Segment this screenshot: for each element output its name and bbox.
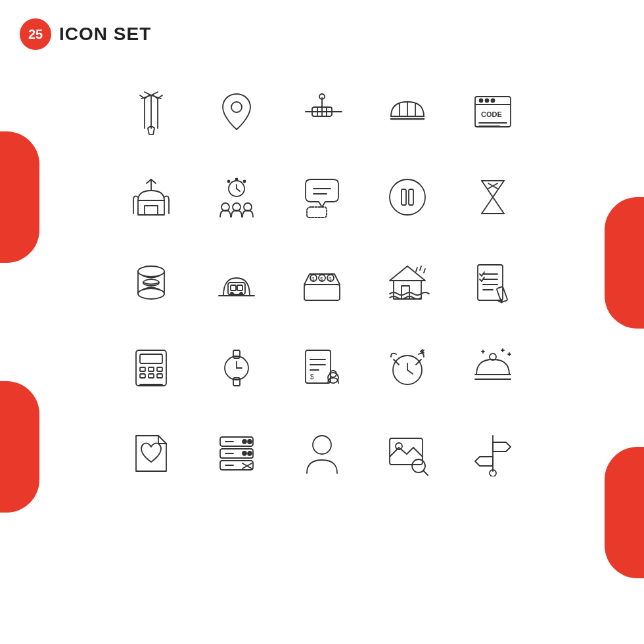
- svg-rect-70: [304, 285, 340, 300]
- svg-rect-96: [149, 374, 154, 378]
- svg-rect-93: [149, 367, 154, 371]
- heart-file-icon: [112, 414, 191, 493]
- mosque-icon: [112, 158, 191, 237]
- svg-point-49: [228, 181, 230, 183]
- svg-rect-53: [402, 189, 406, 205]
- svg-point-68: [231, 292, 233, 295]
- decorative-shape-left-top: [0, 131, 39, 263]
- flooded-house-icon: [368, 243, 447, 322]
- chat-bubbles-icon: [283, 158, 361, 237]
- signpost-icon: [453, 414, 532, 493]
- person-icon: [283, 414, 361, 493]
- pause-button-icon: [368, 158, 447, 237]
- money-box-icon: $ $ $: [283, 243, 361, 322]
- meeting-time-icon: [197, 158, 276, 237]
- svg-rect-97: [157, 374, 162, 378]
- svg-line-80: [416, 267, 417, 271]
- svg-point-60: [138, 288, 164, 299]
- svg-point-30: [492, 99, 495, 103]
- code-browser-icon: CODE: [453, 72, 532, 151]
- count-badge: 25: [20, 18, 51, 50]
- alarm-clock-icon: [368, 329, 447, 407]
- svg-point-69: [240, 292, 242, 295]
- svg-rect-94: [157, 367, 162, 371]
- svg-line-81: [420, 266, 421, 270]
- svg-text:$: $: [320, 276, 323, 282]
- svg-point-142: [396, 443, 402, 449]
- svg-point-28: [480, 99, 483, 103]
- svg-text:$: $: [329, 276, 332, 282]
- svg-rect-67: [237, 285, 242, 290]
- svg-line-37: [151, 179, 156, 183]
- svg-rect-95: [140, 374, 145, 378]
- svg-marker-89: [498, 300, 503, 304]
- svg-rect-92: [140, 367, 145, 371]
- contract-icon: $: [283, 329, 361, 407]
- svg-rect-38: [145, 206, 158, 215]
- svg-text:CODE: CODE: [481, 110, 502, 118]
- header: 25 ICON SET: [20, 18, 151, 50]
- svg-rect-34: [138, 200, 164, 215]
- svg-line-144: [423, 471, 428, 475]
- svg-text:$: $: [311, 276, 315, 282]
- svg-point-52: [390, 179, 425, 215]
- calculator-icon: [112, 329, 191, 407]
- svg-point-59: [138, 266, 164, 277]
- image-search-icon: [368, 414, 447, 493]
- svg-line-82: [424, 269, 425, 273]
- server-error-icon: [197, 414, 276, 493]
- svg-line-113: [407, 370, 413, 374]
- svg-point-63: [143, 279, 159, 286]
- icon-grid: CODE: [112, 72, 532, 493]
- location-pin-icon: [197, 72, 276, 151]
- thread-spool-icon: [112, 243, 191, 322]
- subway-icon: [197, 243, 276, 322]
- fireworks-icon: [112, 72, 191, 151]
- svg-marker-77: [390, 266, 425, 281]
- svg-rect-104: [306, 350, 331, 383]
- svg-point-140: [313, 436, 331, 454]
- svg-point-133: [242, 451, 246, 455]
- svg-line-36: [147, 179, 151, 183]
- syringe-icon: [283, 72, 361, 151]
- watch-icon: [197, 329, 276, 407]
- svg-line-43: [237, 189, 240, 191]
- svg-point-132: [248, 440, 252, 444]
- svg-rect-54: [409, 189, 413, 205]
- svg-rect-66: [231, 285, 236, 290]
- decorative-shape-right-top: [605, 197, 644, 329]
- svg-point-134: [248, 451, 252, 455]
- page-title: ICON SET: [59, 24, 151, 45]
- decorative-shape-left-bottom: [0, 381, 39, 513]
- watermelon-icon: [368, 72, 447, 151]
- hourglass-icon: [453, 158, 532, 237]
- svg-point-11: [231, 102, 242, 112]
- svg-point-29: [486, 99, 489, 103]
- svg-rect-91: [140, 354, 162, 363]
- svg-line-1: [145, 92, 151, 95]
- checklist-icon: [453, 243, 532, 322]
- svg-text:$: $: [310, 373, 314, 380]
- svg-point-47: [236, 179, 238, 181]
- svg-point-48: [244, 181, 246, 183]
- svg-point-131: [242, 440, 246, 444]
- cloche-icon: [453, 329, 532, 407]
- svg-line-2: [151, 92, 158, 95]
- decorative-shape-right-bottom: [605, 447, 644, 578]
